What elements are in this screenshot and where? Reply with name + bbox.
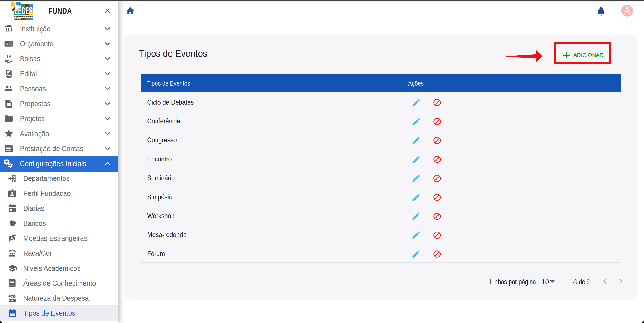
- svg-text:FACOM: FACOM: [14, 19, 18, 20]
- svg-text:Engenharia de Software: Engenharia de Software: [14, 15, 33, 18]
- svg-text:LEDES: LEDES: [15, 5, 32, 16]
- svg-text:UFMS: UFMS: [18, 19, 21, 20]
